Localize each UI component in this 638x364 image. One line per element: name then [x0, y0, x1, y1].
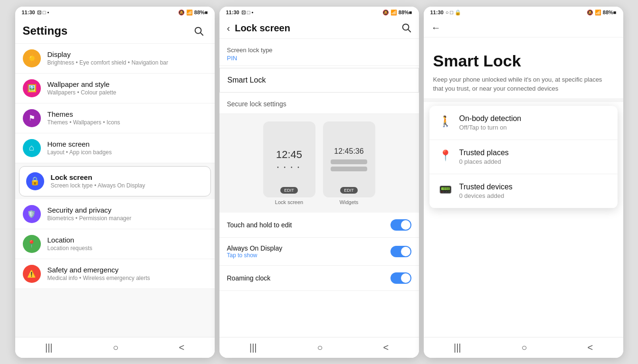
nav-back-2[interactable]: <: [383, 342, 389, 353]
trusted-devices-sub: 0 devices added: [459, 192, 513, 199]
status-bar-3: 11:30 ○ □ 🔒 🔕 📶 88%■: [424, 7, 623, 18]
smartlock-option-trusted-devices[interactable]: 📟 Trusted devices 0 devices added: [429, 174, 618, 208]
status-icons-2: ⊡ □ •: [241, 9, 254, 16]
smartlock-header: ←: [424, 18, 623, 37]
phone-1-settings: 11:30 ⊡ □ • 🔕 📶 88%■ Settings ☀️ Display…: [15, 7, 215, 358]
toggle-always-on-switch[interactable]: [390, 246, 411, 257]
settings-item-display[interactable]: ☀️ Display Brightness • Eye comfort shie…: [15, 44, 215, 74]
status-right-icons-3: 🔕 📶 88%■: [587, 9, 617, 16]
lock-title: Lock screen: [51, 173, 204, 181]
preview-bar-1: [331, 159, 367, 164]
trusted-devices-title: Trusted devices: [459, 183, 513, 191]
settings-item-safety[interactable]: ⚠️ Safety and emergency Medical info • W…: [15, 259, 215, 289]
trusted-places-icon: 📍: [439, 149, 452, 162]
themes-sub: Themes • Wallpapers • Icons: [48, 119, 207, 126]
secure-lock-section[interactable]: Secure lock settings: [219, 94, 419, 114]
smartlock-big-title: Smart Lock: [433, 52, 614, 70]
lock-sub: Screen lock type • Always On Display: [51, 182, 204, 189]
lockscreen-header: ‹ Lock screen: [219, 18, 419, 39]
toggle-touch-hold-switch[interactable]: [390, 219, 411, 231]
wallpaper-sub: Wallpapers • Colour palette: [48, 89, 207, 96]
svg-line-1: [200, 33, 203, 35]
nav-recent-3[interactable]: |||: [454, 342, 461, 353]
settings-title: Settings: [23, 24, 68, 37]
status-left-3: 11:30 ○ □ 🔒: [430, 9, 462, 16]
security-title: Security and privacy: [48, 206, 207, 214]
preview-widget-time: 12:45:36: [334, 147, 363, 156]
settings-item-home[interactable]: ⌂ Home screen Layout • App icon badges: [15, 133, 215, 163]
safety-title: Safety and emergency: [48, 266, 207, 274]
preview-area: 12:45 • • • • EDIT Lock screen 12:45:36 …: [219, 114, 419, 213]
nav-home-1[interactable]: ○: [113, 342, 118, 353]
trusted-places-title: Trusted places: [459, 149, 509, 157]
preview-widget-label: Widgets: [340, 199, 359, 205]
toggle-roaming-clock: Roaming clock: [219, 266, 419, 291]
status-time-1: 11:30: [22, 9, 35, 15]
settings-item-lock[interactable]: 🔒 Lock screen Screen lock type • Always …: [19, 166, 211, 196]
nav-back-1[interactable]: <: [179, 342, 184, 353]
nav-recent-1[interactable]: |||: [45, 342, 53, 353]
lock-icon: 🔒: [26, 172, 44, 190]
nav-back-3[interactable]: <: [587, 342, 593, 353]
settings-item-wallpaper[interactable]: 🖼️ Wallpaper and style Wallpapers • Colo…: [15, 74, 215, 103]
nav-bar-1: ||| ○ <: [15, 337, 215, 358]
preview-card-widgets: 12:45:36 EDIT: [323, 121, 375, 197]
status-right-2: 🔕 📶 88%■: [382, 9, 412, 16]
divider-1: [424, 98, 623, 102]
smartlock-content: Smart Lock Keep your phone unlocked whil…: [424, 37, 623, 337]
toggle-always-on: Always On Display Tap to show: [219, 238, 419, 266]
smartlock-title-area: Smart Lock Keep your phone unlocked whil…: [424, 37, 623, 98]
back-button-3[interactable]: ←: [431, 22, 441, 33]
svg-line-3: [408, 29, 410, 32]
nav-bar-3: ||| ○ <: [424, 337, 623, 358]
back-button-2[interactable]: ‹: [227, 23, 230, 34]
themes-icon: ⚑: [23, 109, 41, 127]
status-icons-1: ⊡ □ •: [37, 9, 49, 16]
lockscreen-title: Lock screen: [235, 23, 400, 34]
trusted-places-sub: 0 places added: [459, 158, 509, 165]
wallpaper-title: Wallpaper and style: [48, 80, 207, 88]
preview-card-lock: 12:45 • • • • EDIT: [263, 121, 315, 197]
on-body-title: On-body detection: [459, 114, 522, 123]
nav-home-3[interactable]: ○: [521, 342, 527, 353]
preview-widget-edit-btn[interactable]: EDIT: [340, 187, 358, 194]
settings-list: ☀️ Display Brightness • Eye comfort shie…: [15, 44, 215, 337]
nav-recent-2[interactable]: |||: [249, 342, 257, 353]
display-icon: ☀️: [23, 49, 41, 67]
settings-item-themes[interactable]: ⚑ Themes Themes • Wallpapers • Icons: [15, 103, 215, 133]
safety-icon: ⚠️: [23, 265, 41, 283]
toggle-roaming-switch[interactable]: [390, 272, 411, 284]
smartlock-option-trusted-places[interactable]: 📍 Trusted places 0 places added: [429, 140, 618, 174]
display-sub: Brightness • Eye comfort shield • Naviga…: [48, 59, 207, 66]
smart-lock-banner[interactable]: Smart Lock: [219, 68, 419, 93]
lockscreen-content: Screen lock type PIN Smart Lock Secure l…: [219, 39, 419, 337]
settings-search-button[interactable]: [190, 22, 207, 39]
screen-lock-type-section[interactable]: Screen lock type PIN: [219, 39, 419, 66]
status-bar-1: 11:30 ⊡ □ • 🔕 📶 88%■: [15, 7, 215, 18]
status-right-1: 🔕 📶 88%■: [178, 9, 208, 16]
home-icon: ⌂: [23, 139, 41, 157]
status-left-1: 11:30 ⊡ □ •: [22, 9, 49, 16]
preview-widgets: 12:45:36 EDIT Widgets: [323, 121, 375, 205]
toggle-roaming-title: Roaming clock: [227, 274, 390, 282]
settings-item-security[interactable]: 🛡️ Security and privacy Biometrics • Per…: [15, 199, 215, 229]
toggle-touch-hold-title: Touch and hold to edit: [227, 221, 390, 229]
settings-item-location[interactable]: 📍 Location Location requests: [15, 229, 215, 259]
lockscreen-search-button[interactable]: [401, 22, 411, 35]
home-title: Home screen: [48, 140, 207, 148]
nav-home-2[interactable]: ○: [317, 342, 323, 353]
preview-widget-bars: [331, 159, 367, 171]
preview-lock-edit-btn[interactable]: EDIT: [280, 187, 298, 194]
trusted-devices-icon: 📟: [439, 184, 452, 196]
location-title: Location: [48, 236, 207, 244]
screen-lock-label: Screen lock type: [227, 47, 411, 54]
smartlock-option-on-body[interactable]: 🚶 On-body detection Off/Tap to turn on: [429, 106, 618, 140]
security-sub: Biometrics • Permission manager: [48, 215, 207, 222]
on-body-icon: 🚶: [439, 115, 452, 128]
wallpaper-icon: 🖼️: [23, 79, 41, 97]
status-time-2: 11:30: [226, 9, 239, 15]
preview-lock-dots: • • • •: [277, 165, 301, 170]
smartlock-description: Keep your phone unlocked while it's on y…: [433, 75, 614, 93]
nav-bar-2: ||| ○ <: [219, 337, 419, 358]
safety-sub: Medical info • Wireless emergency alerts: [48, 275, 207, 281]
